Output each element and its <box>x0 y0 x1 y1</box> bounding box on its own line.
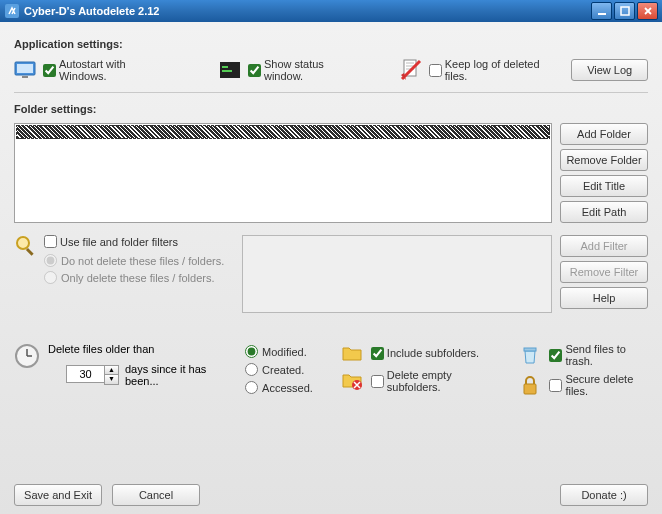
view-log-button[interactable]: View Log <box>571 59 648 81</box>
folder-include-icon <box>341 343 363 363</box>
monitor-icon <box>14 59 37 81</box>
secure-delete-checkbox[interactable]: Secure delete files. <box>549 373 648 397</box>
lock-icon <box>519 375 541 395</box>
days-spinner[interactable]: ▲▼ <box>66 365 119 385</box>
donate-button[interactable]: Donate :) <box>560 484 648 506</box>
svg-rect-7 <box>222 66 228 68</box>
add-folder-button[interactable]: Add Folder <box>560 123 648 145</box>
basis-accessed[interactable]: Accessed. <box>245 381 313 394</box>
autostart-checkbox[interactable]: Autostart with Windows. <box>43 58 171 82</box>
days-input[interactable] <box>66 365 104 383</box>
log-icon <box>400 59 423 81</box>
svg-rect-1 <box>598 13 606 15</box>
clock-icon <box>14 343 40 369</box>
filter-list[interactable] <box>242 235 552 313</box>
app-settings-heading: Application settings: <box>14 38 648 50</box>
include-subfolders-checkbox[interactable]: Include subfolders. <box>371 347 496 360</box>
folder-settings-heading: Folder settings: <box>14 103 648 115</box>
remove-filter-button[interactable]: Remove Filter <box>560 261 648 283</box>
window-title: Cyber-D's Autodelete 2.12 <box>24 5 589 17</box>
edit-path-button[interactable]: Edit Path <box>560 201 648 223</box>
svg-rect-11 <box>26 248 34 256</box>
save-and-exit-button[interactable]: Save and Exit <box>14 484 102 506</box>
svg-rect-2 <box>621 7 629 15</box>
filter-mode-donotdelete[interactable]: Do not delete these files / folders. <box>44 254 224 267</box>
app-icon <box>4 3 20 19</box>
svg-rect-0 <box>5 4 19 18</box>
svg-rect-8 <box>222 70 232 72</box>
trash-icon <box>519 345 541 365</box>
svg-rect-15 <box>524 384 536 394</box>
spin-down[interactable]: ▼ <box>105 375 118 384</box>
help-button[interactable]: Help <box>560 287 648 309</box>
cancel-button[interactable]: Cancel <box>112 484 200 506</box>
age-suffix: days since it has been... <box>125 363 225 387</box>
status-window-icon <box>219 59 242 81</box>
svg-point-10 <box>17 237 29 249</box>
svg-rect-14 <box>524 348 536 351</box>
minimize-button[interactable] <box>591 2 612 20</box>
send-to-trash-checkbox[interactable]: Send files to trash. <box>549 343 648 367</box>
basis-created[interactable]: Created. <box>245 363 313 376</box>
basis-modified[interactable]: Modified. <box>245 345 313 358</box>
close-button[interactable] <box>637 2 658 20</box>
folder-list-item[interactable] <box>16 125 550 139</box>
divider <box>14 92 648 93</box>
folder-list[interactable] <box>14 123 552 223</box>
magnifier-icon <box>14 235 38 257</box>
spin-up[interactable]: ▲ <box>105 366 118 375</box>
maximize-button[interactable] <box>614 2 635 20</box>
filter-mode-onlydelete[interactable]: Only delete these files / folders. <box>44 271 224 284</box>
folder-delete-icon <box>341 371 363 391</box>
edit-title-button[interactable]: Edit Title <box>560 175 648 197</box>
titlebar: Cyber-D's Autodelete 2.12 <box>0 0 662 22</box>
svg-rect-5 <box>22 76 28 78</box>
remove-folder-button[interactable]: Remove Folder <box>560 149 648 171</box>
status-window-checkbox[interactable]: Show status window. <box>248 58 361 82</box>
keep-log-checkbox[interactable]: Keep log of deleted files. <box>429 58 560 82</box>
delete-empty-checkbox[interactable]: Delete empty subfolders. <box>371 369 496 393</box>
use-filters-checkbox[interactable]: Use file and folder filters <box>44 235 224 248</box>
svg-rect-4 <box>17 64 33 73</box>
add-filter-button[interactable]: Add Filter <box>560 235 648 257</box>
age-label: Delete files older than <box>48 343 225 355</box>
